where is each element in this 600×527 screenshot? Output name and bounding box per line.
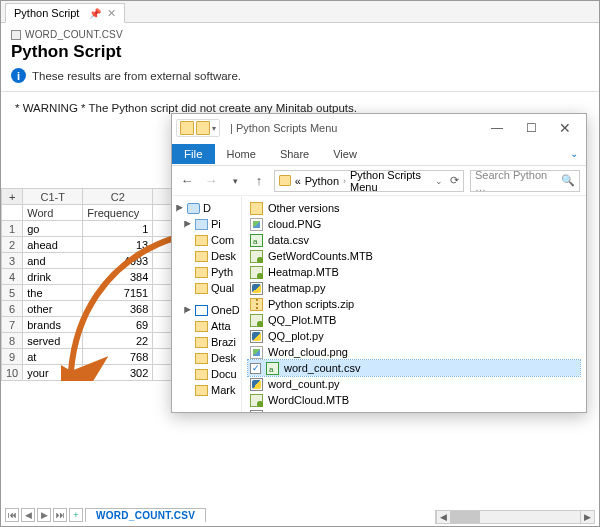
nav-tree-item[interactable]: Mark bbox=[174, 382, 239, 398]
document-tab[interactable]: Python Script 📌 ✕ bbox=[5, 3, 125, 23]
scroll-right-icon[interactable]: ▶ bbox=[580, 511, 594, 523]
sheet-nav-prev[interactable]: ◀ bbox=[21, 508, 35, 522]
ribbon-tab-home[interactable]: Home bbox=[215, 144, 268, 164]
folder-icon bbox=[195, 337, 208, 348]
column-header[interactable]: C2 bbox=[83, 189, 153, 205]
file-item[interactable]: Python scripts.zip bbox=[248, 296, 580, 312]
explorer-titlebar[interactable]: ▾ | Python Scripts Menu — ☐ ✕ bbox=[172, 114, 586, 142]
close-button[interactable]: ✕ bbox=[548, 117, 582, 139]
nav-tree-item[interactable]: Atta bbox=[174, 318, 239, 334]
folder-icon bbox=[195, 305, 208, 316]
file-item[interactable]: Heatmap.MTB bbox=[248, 264, 580, 280]
nav-tree-item[interactable]: Desk bbox=[174, 248, 239, 264]
sheet-nav-next[interactable]: ▶ bbox=[37, 508, 51, 522]
ribbon-tab-view[interactable]: View bbox=[321, 144, 369, 164]
file-item[interactable]: QQ_Plot.MTB bbox=[248, 312, 580, 328]
file-name: GetWordCounts.MTB bbox=[268, 250, 373, 262]
breadcrumb-prefix: « bbox=[295, 175, 301, 187]
maximize-button[interactable]: ☐ bbox=[514, 117, 548, 139]
address-bar[interactable]: « Python › Python Scripts Menu ⌄ ⟳ bbox=[274, 170, 464, 192]
address-row: ← → ▾ ↑ « Python › Python Scripts Menu ⌄… bbox=[172, 166, 586, 196]
mtb-icon bbox=[250, 314, 263, 327]
chevron-right-icon: › bbox=[343, 176, 346, 186]
nav-back-button[interactable]: ← bbox=[178, 172, 196, 190]
file-item[interactable]: Word_cloud.png bbox=[248, 344, 580, 360]
breadcrumb[interactable]: Python bbox=[305, 175, 339, 187]
file-item[interactable]: cloud.PNG bbox=[248, 216, 580, 232]
select-all-cell[interactable]: + bbox=[2, 189, 23, 205]
folder-icon bbox=[279, 175, 291, 186]
file-name: word_count.py bbox=[268, 378, 340, 390]
file-item[interactable]: word_count.py bbox=[248, 376, 580, 392]
info-icon: i bbox=[11, 68, 26, 83]
close-icon[interactable]: ✕ bbox=[107, 7, 116, 20]
folder-icon bbox=[195, 353, 208, 364]
file-name: QQ_plot.py bbox=[268, 330, 324, 342]
address-dropdown-icon[interactable]: ⌄ bbox=[435, 176, 446, 186]
qat-dropdown-icon[interactable]: ▾ bbox=[212, 124, 216, 133]
page-title: Python Script bbox=[11, 42, 589, 62]
nav-up-button[interactable]: ↑ bbox=[250, 172, 268, 190]
csv-icon bbox=[250, 234, 263, 247]
file-item[interactable]: WordCloud.MTB bbox=[248, 392, 580, 408]
checkbox[interactable]: ✓ bbox=[250, 363, 261, 374]
column-label[interactable]: Frequency bbox=[83, 205, 153, 221]
add-sheet-button[interactable]: + bbox=[69, 508, 83, 522]
nav-tree-item[interactable]: ⯈Pi bbox=[174, 216, 239, 232]
navigation-pane[interactable]: ⯈D⯈PiComDeskPythQual⯈OneDrAttaBraziDeskD… bbox=[172, 196, 242, 412]
window-title: | Python Scripts Menu bbox=[230, 122, 337, 134]
quick-access-toolbar[interactable]: ▾ bbox=[176, 119, 220, 137]
breadcrumb[interactable]: Python Scripts Menu bbox=[350, 169, 431, 193]
file-item[interactable]: data.csv bbox=[248, 232, 580, 248]
file-icon bbox=[11, 30, 21, 40]
file-name: QQ_Plot.MTB bbox=[268, 314, 336, 326]
folder-icon bbox=[195, 385, 208, 396]
scroll-left-icon[interactable]: ◀ bbox=[436, 511, 450, 523]
nav-tree-item[interactable]: Docu bbox=[174, 366, 239, 382]
ribbon: File Home Share View ⌄ bbox=[172, 142, 586, 166]
minimize-button[interactable]: — bbox=[480, 117, 514, 139]
file-name: Python scripts.zip bbox=[268, 298, 354, 310]
sheet-nav-last[interactable]: ⏭ bbox=[53, 508, 67, 522]
file-item[interactable]: Other versions bbox=[248, 200, 580, 216]
folder-icon bbox=[195, 219, 208, 230]
file-name: data.csv bbox=[268, 234, 309, 246]
source-filename: WORD_COUNT.CSV bbox=[25, 29, 123, 40]
nav-tree-item[interactable]: Desk bbox=[174, 350, 239, 366]
nav-tree-item[interactable]: ⯈D bbox=[174, 200, 239, 216]
nav-tree-item[interactable]: ⯈OneDr bbox=[174, 302, 239, 318]
nav-tree-item[interactable]: Qual bbox=[174, 280, 239, 296]
sheet-nav-first[interactable]: ⏮ bbox=[5, 508, 19, 522]
folder-icon bbox=[187, 203, 200, 214]
folder-icon bbox=[196, 121, 210, 135]
file-item[interactable]: heatmap.py bbox=[248, 280, 580, 296]
column-label[interactable]: Word bbox=[23, 205, 83, 221]
csv-icon bbox=[266, 362, 279, 375]
ribbon-expand-icon[interactable]: ⌄ bbox=[562, 148, 586, 159]
mtb-icon bbox=[250, 250, 263, 263]
nav-history-dropdown[interactable]: ▾ bbox=[226, 172, 244, 190]
nav-tree-item[interactable]: Brazi bbox=[174, 334, 239, 350]
search-input[interactable]: Search Python … 🔍 bbox=[470, 170, 580, 192]
py-icon bbox=[250, 410, 263, 413]
nav-tree-item[interactable]: Pyth bbox=[174, 264, 239, 280]
nav-forward-button[interactable]: → bbox=[202, 172, 220, 190]
file-item[interactable]: GetWordCounts.MTB bbox=[248, 248, 580, 264]
file-item[interactable]: WordCloud.py bbox=[248, 408, 580, 412]
file-item[interactable]: ✓word_count.csv bbox=[248, 360, 580, 376]
folder-icon bbox=[195, 283, 208, 294]
nav-tree-item[interactable]: Com bbox=[174, 232, 239, 248]
refresh-button[interactable]: ⟳ bbox=[450, 174, 459, 187]
file-item[interactable]: QQ_plot.py bbox=[248, 328, 580, 344]
ribbon-file-tab[interactable]: File bbox=[172, 144, 215, 164]
active-sheet-tab[interactable]: WORD_COUNT.CSV bbox=[85, 508, 206, 522]
zip-icon bbox=[250, 298, 263, 311]
folder-icon bbox=[250, 202, 263, 215]
info-banner: i These results are from external softwa… bbox=[11, 68, 589, 83]
ribbon-tab-share[interactable]: Share bbox=[268, 144, 321, 164]
horizontal-scrollbar[interactable]: ◀ ▶ bbox=[435, 510, 595, 524]
pin-icon[interactable]: 📌 bbox=[89, 8, 101, 19]
file-list[interactable]: Other versionscloud.PNGdata.csvGetWordCo… bbox=[242, 196, 586, 412]
py-icon bbox=[250, 330, 263, 343]
column-header[interactable]: C1-T bbox=[23, 189, 83, 205]
